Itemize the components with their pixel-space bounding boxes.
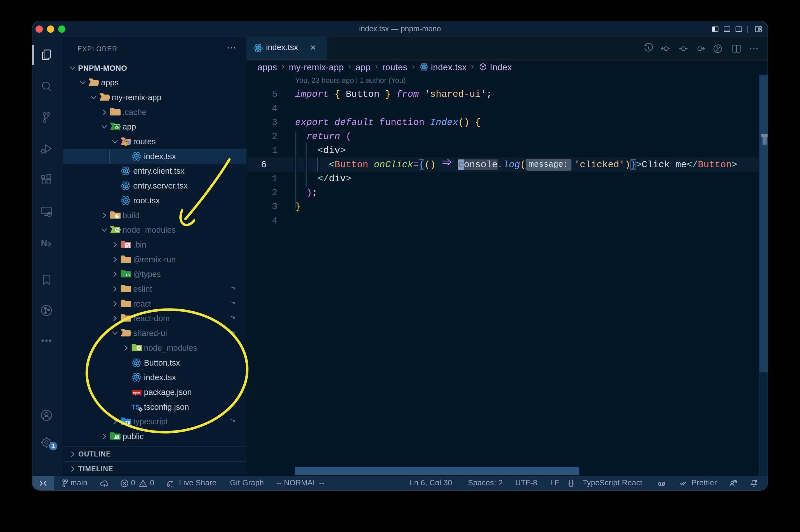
svg-text:npm: npm [133, 391, 140, 395]
svg-text:JS: JS [137, 347, 140, 349]
svg-text:TS: TS [125, 421, 130, 425]
svg-text:JS: JS [116, 229, 119, 232]
svg-text:≥: ≥ [47, 240, 52, 248]
svg-text:TS: TS [125, 273, 130, 278]
svg-text:01: 01 [127, 244, 129, 246]
svg-text:N: N [41, 238, 47, 248]
svg-text:10: 10 [127, 246, 129, 248]
